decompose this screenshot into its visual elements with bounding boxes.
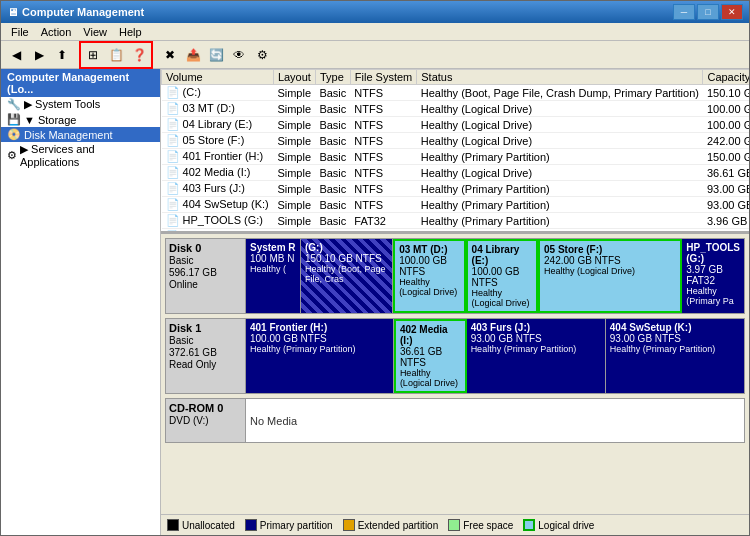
disk-0-name: Disk 0 (169, 242, 242, 254)
disk-1-partition-j[interactable]: 403 Furs (J:) 93.00 GB NTFS Healthy (Pri… (467, 319, 606, 393)
col-capacity[interactable]: Capacity (703, 70, 749, 85)
menu-action[interactable]: Action (35, 25, 78, 39)
disk-0-partition-c[interactable]: (G:) 150.10 GB NTFS Healthy (Boot, Page … (301, 239, 393, 313)
cdrom-no-media: No Media (246, 399, 744, 442)
table-row[interactable]: 📄 04 Library (E:) Simple Basic NTFS Heal… (162, 117, 750, 133)
legend-extended: Extended partition (343, 519, 439, 531)
cell-capacity: 93.00 GB (703, 181, 749, 197)
show-console-button[interactable]: ⊞ (82, 44, 104, 66)
legend-logical: Logical drive (523, 519, 594, 531)
cell-layout: Simple (273, 165, 315, 181)
disk-0-partition-system[interactable]: System R 100 MB N Healthy ( (246, 239, 301, 313)
cell-layout: Simple (273, 133, 315, 149)
legend-primary-label: Primary partition (260, 520, 333, 531)
cell-status: Healthy (Boot, Page File, Crash Dump, Pr… (417, 85, 703, 101)
cell-capacity: 93.00 GB (703, 197, 749, 213)
legend-unallocated-label: Unallocated (182, 520, 235, 531)
refresh-button[interactable]: 🔄 (205, 44, 227, 66)
disk-0-partition-e[interactable]: 04 Library (E:) 100.00 GB NTFS Healthy (… (466, 239, 538, 313)
up-button[interactable]: ⬆ (51, 44, 73, 66)
legend-freespace-box (448, 519, 460, 531)
sidebar-label-storage: ▼ Storage (24, 114, 76, 126)
view-button[interactable]: 👁 (228, 44, 250, 66)
sidebar-item-disk-management[interactable]: 📀 Disk Management (1, 127, 160, 142)
cell-type: Basic (315, 101, 350, 117)
disk-1-partition-k[interactable]: 404 SwSetup (K:) 93.00 GB NTFS Healthy (… (606, 319, 744, 393)
back-button[interactable]: ◀ (5, 44, 27, 66)
maximize-button[interactable]: □ (697, 4, 719, 20)
menu-view[interactable]: View (77, 25, 113, 39)
col-volume[interactable]: Volume (162, 70, 274, 85)
properties-button[interactable]: 📋 (105, 44, 127, 66)
menu-help[interactable]: Help (113, 25, 148, 39)
disk-mgmt-icon: 📀 (7, 128, 21, 141)
minimize-button[interactable]: ─ (673, 4, 695, 20)
cell-fs: NTFS (350, 85, 416, 101)
disk-1-status: Read Only (169, 359, 242, 370)
cell-volume: 📄 HP_TOOLS (G:) (162, 213, 274, 229)
disk-panel: Disk 0 Basic 596.17 GB Online System R 1… (161, 234, 749, 514)
volume-table: Volume Layout Type File System Status Ca… (161, 69, 749, 234)
cell-capacity: 150.10 GB (703, 85, 749, 101)
help-button[interactable]: ❓ (128, 44, 150, 66)
settings-button[interactable]: ⚙ (251, 44, 273, 66)
disk-1-type: Basic (169, 335, 242, 346)
disk-1-partition-i[interactable]: 402 Media (I:) 36.61 GB NTFS Healthy (Lo… (394, 319, 467, 393)
cell-layout: Simple (273, 117, 315, 133)
volumes-table-element: Volume Layout Type File System Status Ca… (161, 69, 749, 234)
legend-primary-box (245, 519, 257, 531)
legend-logical-box (523, 519, 535, 531)
cell-layout: Simple (273, 197, 315, 213)
table-row[interactable]: 📄 401 Frontier (H:) Simple Basic NTFS He… (162, 149, 750, 165)
close-button[interactable]: ✕ (721, 4, 743, 20)
title-bar-left: 🖥 Computer Management (7, 6, 144, 18)
col-layout[interactable]: Layout (273, 70, 315, 85)
cdrom-0-name: CD-ROM 0 (169, 402, 242, 414)
table-row[interactable]: 📄 03 MT (D:) Simple Basic NTFS Healthy (… (162, 101, 750, 117)
cdrom-status: No Media (250, 415, 297, 427)
col-type[interactable]: Type (315, 70, 350, 85)
disk-0-partition-g[interactable]: HP_TOOLS (G:) 3.97 GB FAT32 Healthy (Pri… (682, 239, 744, 313)
title-bar-controls: ─ □ ✕ (673, 4, 743, 20)
cell-status: Healthy (Primary Partition) (417, 197, 703, 213)
forward-button[interactable]: ▶ (28, 44, 50, 66)
cell-layout: Simple (273, 213, 315, 229)
delete-button[interactable]: ✖ (159, 44, 181, 66)
table-row[interactable]: 📄 402 Media (I:) Simple Basic NTFS Healt… (162, 165, 750, 181)
legend: Unallocated Primary partition Extended p… (161, 514, 749, 535)
menu-file[interactable]: File (5, 25, 35, 39)
cell-status: Healthy (Primary Partition) (417, 149, 703, 165)
legend-primary: Primary partition (245, 519, 333, 531)
disk-0-partition-f[interactable]: 05 Store (F:) 242.00 GB NTFS Healthy (Lo… (538, 239, 682, 313)
sidebar-label-system-tools: ▶ System Tools (24, 98, 100, 111)
disk-0-size: 596.17 GB (169, 267, 242, 278)
cell-layout: Simple (273, 181, 315, 197)
legend-extended-box (343, 519, 355, 531)
cdrom-0-type: DVD (V:) (169, 415, 242, 426)
sidebar-item-system-tools[interactable]: 🔧 ▶ System Tools (1, 97, 160, 112)
table-row[interactable]: 📄 05 Store (F:) Simple Basic NTFS Health… (162, 133, 750, 149)
disk-0-partition-d[interactable]: 03 MT (D:) 100.00 GB NTFS Healthy (Logic… (393, 239, 465, 313)
legend-freespace: Free space (448, 519, 513, 531)
cell-layout: Simple (273, 85, 315, 101)
disk-1-info: Disk 1 Basic 372.61 GB Read Only (166, 319, 246, 393)
cell-capacity: 100.00 GB (703, 117, 749, 133)
cell-volume: 📄 04 Library (E:) (162, 117, 274, 133)
disk-1-partition-h[interactable]: 401 Frontier (H:) 100.00 GB NTFS Healthy… (246, 319, 394, 393)
table-row[interactable]: 📄 404 SwSetup (K:) Simple Basic NTFS Hea… (162, 197, 750, 213)
col-filesystem[interactable]: File System (350, 70, 416, 85)
table-row[interactable]: 📄 403 Furs (J:) Simple Basic NTFS Health… (162, 181, 750, 197)
table-row[interactable]: 📄 (C:) Simple Basic NTFS Healthy (Boot, … (162, 85, 750, 101)
cell-volume: 📄 05 Store (F:) (162, 133, 274, 149)
legend-extended-label: Extended partition (358, 520, 439, 531)
sidebar-label-services: ▶ Services and Applications (20, 143, 154, 168)
cell-capacity: 3.96 GB (703, 213, 749, 229)
sidebar-item-services[interactable]: ⚙ ▶ Services and Applications (1, 142, 160, 169)
cell-status: Healthy (Logical Drive) (417, 165, 703, 181)
table-row[interactable]: 📄 HP_TOOLS (G:) Simple Basic FAT32 Healt… (162, 213, 750, 229)
sidebar-item-storage[interactable]: 💾 ▼ Storage (1, 112, 160, 127)
col-status[interactable]: Status (417, 70, 703, 85)
toolbar-view-group: ⊞ 📋 ❓ (79, 41, 153, 69)
export-button[interactable]: 📤 (182, 44, 204, 66)
main-window: 🖥 Computer Management ─ □ ✕ File Action … (0, 0, 750, 536)
